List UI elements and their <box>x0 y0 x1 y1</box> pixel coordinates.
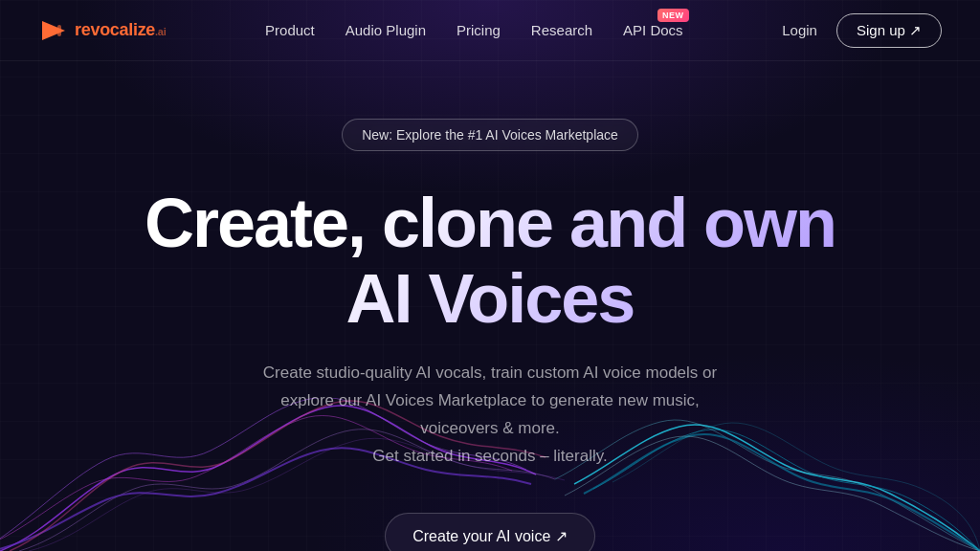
nav-link-pricing[interactable]: Pricing <box>457 22 501 38</box>
announcement-pill[interactable]: New: Explore the #1 AI Voices Marketplac… <box>342 119 638 151</box>
login-button[interactable]: Login <box>782 22 817 38</box>
svg-rect-1 <box>57 25 61 36</box>
nav-link-audio-plugin[interactable]: Audio Plugin <box>345 22 426 38</box>
logo[interactable]: revocalize.ai <box>38 15 166 46</box>
announcement-text: New: Explore the #1 AI Voices Marketplac… <box>362 127 618 143</box>
cta-button[interactable]: Create your AI voice ↗ <box>385 513 595 551</box>
nav-links: Product Audio Plugin Pricing Research AP… <box>265 22 683 39</box>
logo-text: revocalize.ai <box>75 20 166 40</box>
hero-subtitle: Create studio-quality AI vocals, train c… <box>260 360 720 471</box>
nav-item-pricing[interactable]: Pricing <box>457 22 501 39</box>
hero-title: Create, clone and own AI Voices <box>107 186 873 337</box>
nav-link-research[interactable]: Research <box>531 22 592 38</box>
logo-icon <box>38 15 69 46</box>
new-badge: NEW <box>657 9 689 22</box>
svg-marker-0 <box>42 21 65 40</box>
navigation: revocalize.ai Product Audio Plugin Prici… <box>0 0 980 61</box>
hero-section: New: Explore the #1 AI Voices Marketplac… <box>0 61 980 551</box>
nav-item-product[interactable]: Product <box>265 22 315 39</box>
nav-item-research[interactable]: Research <box>531 22 592 39</box>
nav-item-api-docs[interactable]: API Docs NEW <box>623 22 683 39</box>
signup-button[interactable]: Sign up ↗ <box>836 13 942 48</box>
nav-actions: Login Sign up ↗ <box>782 13 942 48</box>
nav-item-audio-plugin[interactable]: Audio Plugin <box>345 22 426 39</box>
nav-link-api-docs[interactable]: API Docs <box>623 22 683 38</box>
nav-link-product[interactable]: Product <box>265 22 315 38</box>
